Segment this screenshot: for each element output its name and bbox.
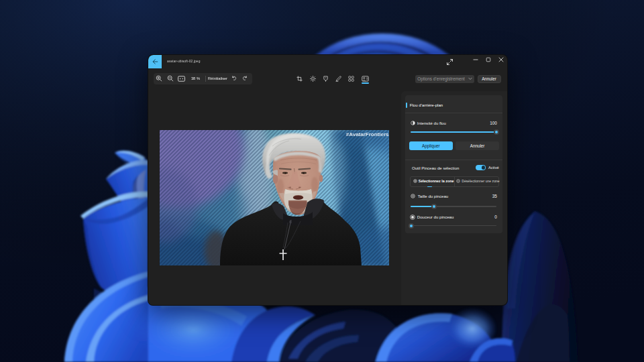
svg-text:#AvatarFrontiers: #AvatarFrontiers — [346, 131, 389, 137]
